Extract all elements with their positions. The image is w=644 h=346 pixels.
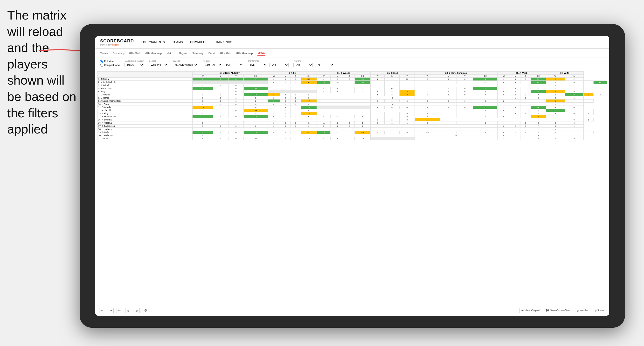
player-name: 14. S Srichantamit [98, 115, 192, 118]
subnav-matrix2[interactable]: Matrix [258, 51, 265, 56]
table-row: 18. L Hodgson 11 0 1 [98, 128, 607, 131]
subnav-players[interactable]: Players [178, 51, 188, 56]
player-name: 9. A Maria Jimenez Rios [98, 100, 192, 103]
subnav-matrix1[interactable]: Matrix [166, 51, 174, 56]
tablet-frame: SCOREBOARD Powered by clippd TOURNAMENTS… [80, 24, 625, 328]
table-row: 15. H Stranda 0 2 0 11 0 1 [98, 118, 607, 121]
region-sub-select[interactable]: (All) [224, 63, 243, 67]
player-name: 8. M Torres [98, 96, 192, 100]
table-row: 19. J Kanh 3 1 0 18 4 0 0 -20 13 0 0 -51… [98, 131, 607, 134]
table-row: 16. X Mogaha 2 3 0 1 0 11 1 0 1 0 [98, 121, 607, 125]
clock-button[interactable]: ⏱ [142, 308, 149, 313]
watch-chevron-icon: ▾ [587, 309, 588, 312]
subnav-summary1[interactable]: Summary [113, 51, 124, 56]
max-players-label: Max players in view [124, 60, 144, 62]
annotation-text: The matrix will reload and the players s… [7, 7, 77, 138]
conference-select[interactable]: (All) [248, 63, 267, 67]
col-header-mulcahy: 2. M Kelly Mulcahy [192, 72, 268, 75]
player-name: 21. O Stoll [98, 137, 192, 140]
refresh-button[interactable]: ⟳ [116, 308, 122, 313]
watch-icon: ⊕ [577, 309, 579, 312]
logo-scoreboard: SCOREBOARD [100, 38, 134, 44]
sh-dif6: Dif [530, 75, 546, 78]
nav-rankings[interactable]: RANKINGS [216, 39, 232, 45]
player-name: 17. D Ballesteros [98, 125, 192, 128]
gender-select[interactable]: Women's [149, 63, 168, 67]
table-row: 14. S Srichantamit 3 1 0 18 0 1 0 5 1 2 … [98, 115, 607, 118]
subnav-detail[interactable]: Detail [208, 51, 215, 56]
players-select[interactable]: (All) [294, 63, 313, 67]
table-row: 2. M Kelly Mulcahy 0 7 0 40 10 10 0 50 [98, 81, 607, 84]
sh-l7: L [564, 75, 584, 78]
filter-bar: Full View Compact View Max players in vi… [95, 58, 609, 69]
full-view-radio[interactable]: Full View [100, 60, 120, 63]
nav-bar: SCOREBOARD Powered by clippd TOURNAMENTS… [95, 36, 609, 49]
compact-view-radio[interactable]: Compact View [100, 64, 120, 67]
player-name: 6. A Dy [98, 90, 192, 93]
table-row: 11. G Woods 10 0 1 4 1 4 0 11 1 0 14 1 [98, 106, 607, 109]
nav-teams[interactable]: TEAMS [172, 39, 183, 45]
nav-tournaments[interactable]: TOURNAMENTS [141, 39, 165, 45]
col-header-schumac: 23. L Marie Schumac [415, 72, 498, 75]
col-header-ady: 6. A Dy [268, 72, 317, 75]
division-select[interactable]: NCAA Division II [173, 63, 198, 67]
undo-button[interactable]: ↩ [99, 308, 105, 313]
gender-label: Gender [149, 60, 168, 62]
sub-nav: Teams Summary H2H Grid H2H Heatmap Matri… [95, 49, 609, 58]
subnav-h2hheatmap1[interactable]: H2H Heatmap [145, 51, 162, 56]
view-original-button[interactable]: 👁 View: Original [520, 308, 542, 313]
max-players-select[interactable]: Top 25 [124, 63, 144, 67]
bottom-toolbar: ↩ ↪ ⟳ ⊖ ⊕ ⏱ 👁 View: Original � [95, 305, 609, 316]
max-players-filter: Max players in view Top 25 [124, 60, 144, 67]
matrix-content: 2. M Kelly Mulcahy 6. A Dy 11. G Woods 2… [95, 69, 609, 305]
subnav-h2hheatmap2[interactable]: H2H Heatmap [236, 51, 253, 56]
subnav-h2hgrid2[interactable]: H2H Grid [220, 51, 231, 56]
player-name: 16. X Mogaha [98, 121, 192, 125]
share-button[interactable]: ⎋ Share [593, 308, 606, 313]
sh-w6: W [498, 75, 510, 78]
nav-committee[interactable]: COMMITTEE [190, 39, 209, 45]
region-label: Region [203, 60, 243, 62]
view-original-label: View: Original [525, 309, 540, 312]
watch-label: Watch [580, 309, 586, 312]
player-name: 1. J Garcia [98, 78, 192, 81]
table-row: 10. L Perini 1 0 0 1 0 1 0 2 2 [98, 103, 607, 106]
zoom-out-button[interactable]: ⊖ [125, 308, 131, 313]
players-sub-select[interactable]: (All) [315, 63, 334, 67]
share-label: Share [597, 309, 604, 312]
gender-filter: Gender Women's [149, 60, 168, 67]
share-icon: ⎋ [595, 309, 596, 312]
sh-l6: L [510, 75, 520, 78]
zoom-in-button[interactable]: ⊕ [134, 308, 140, 313]
subnav-h2hgrid1[interactable]: H2H Grid [129, 51, 140, 56]
subnav-summary2[interactable]: Summary [192, 51, 204, 56]
redo-button[interactable]: ↪ [108, 308, 114, 313]
player-name: 20. E Andersson [98, 134, 192, 137]
subnav-teams[interactable]: Teams [100, 51, 108, 56]
sh-t6: T [520, 75, 531, 78]
region-select[interactable]: East - DII [203, 63, 222, 67]
save-icon: 💾 [546, 309, 550, 312]
watch-button[interactable]: ⊕ Watch ▾ [575, 308, 590, 313]
player-name: 18. L Hodgson [98, 128, 192, 131]
player-name: 19. J Kanh [98, 131, 192, 134]
zoom-in-icon: ⊕ [136, 309, 138, 312]
player-name: 15. H Stranda [98, 118, 192, 121]
table-row: 13. N Klug 0 0 1 0 2 1 0 -2 0 1 0 3 [98, 112, 607, 115]
sh-w4: W [370, 75, 384, 78]
table-row: 20. E Andersson 4 2 0 0 1 0 8 [98, 134, 607, 137]
refresh-icon: ⟳ [118, 309, 121, 312]
sh-l4: L [384, 75, 400, 78]
sh-l5: L [440, 75, 457, 78]
save-custom-button[interactable]: 💾 Save Custom View [544, 308, 572, 313]
conference-sub-select[interactable]: (All) [269, 63, 288, 67]
sh-w7: W [546, 75, 564, 78]
table-row: 3. S Jelinek 0 2 0 17 0 1 0 1 [98, 84, 607, 87]
players-label: Players [294, 60, 334, 62]
nav-items: TOURNAMENTS TEAMS COMMITTEE RANKINGS [141, 39, 232, 45]
sh-dif1: Dif [244, 75, 268, 78]
region-filter: Region East - DII (All) [203, 60, 243, 67]
zoom-out-icon: ⊖ [127, 309, 129, 312]
clock-icon: ⏱ [144, 309, 147, 312]
col-header-stoll: 21. O Stoll [370, 72, 415, 75]
